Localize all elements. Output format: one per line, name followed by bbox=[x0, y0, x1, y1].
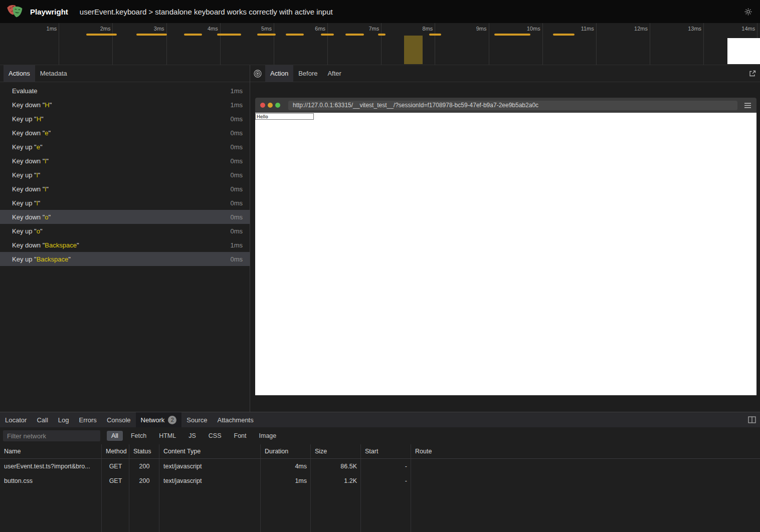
filter-chip-html[interactable]: HTML bbox=[154, 431, 180, 441]
action-title: Key up "l" bbox=[12, 199, 40, 207]
action-key-value: e bbox=[45, 129, 48, 137]
timeline-action-bar bbox=[429, 34, 441, 36]
column-header-size[interactable]: Size bbox=[311, 448, 361, 455]
timeline-tick-label: 10ms bbox=[498, 26, 540, 32]
action-row[interactable]: Key down "l"0ms bbox=[0, 154, 250, 168]
action-duration: 1ms bbox=[230, 101, 243, 109]
cell-name: button.css bbox=[0, 477, 102, 484]
timeline-gridline bbox=[489, 23, 489, 65]
bottom-tab-source[interactable]: Source bbox=[181, 412, 212, 427]
timeline-action-bar bbox=[321, 34, 334, 36]
timeline-tick-label: 13ms bbox=[659, 26, 701, 32]
network-request-row[interactable]: button.cssGET200text/javascript1ms1.2K- bbox=[0, 473, 760, 488]
action-row[interactable]: Key up "o"0ms bbox=[0, 224, 250, 238]
action-row[interactable]: Key down "H"1ms bbox=[0, 98, 250, 112]
cell-method: GET bbox=[102, 463, 129, 470]
network-count-badge: 2 bbox=[168, 416, 176, 424]
network-filter-bar: AllFetchHTMLJSCSSFontImage bbox=[0, 427, 760, 444]
tab-action[interactable]: Action bbox=[265, 65, 293, 82]
action-row[interactable]: Evaluate1ms bbox=[0, 84, 250, 98]
tab-before[interactable]: Before bbox=[293, 65, 322, 82]
bottom-tab-log[interactable]: Log bbox=[53, 412, 74, 427]
menu-icon bbox=[744, 102, 751, 109]
timeline-tick-label: 3ms bbox=[122, 26, 164, 32]
filter-chip-image[interactable]: Image bbox=[255, 431, 281, 441]
playwright-logo bbox=[7, 4, 24, 19]
column-header-content-type[interactable]: Content Type bbox=[159, 448, 261, 455]
cell-status: 200 bbox=[129, 463, 159, 470]
action-title: Key up "Backspace" bbox=[12, 255, 71, 263]
action-duration: 0ms bbox=[230, 199, 243, 207]
column-header-route[interactable]: Route bbox=[411, 448, 760, 455]
action-duration: 0ms bbox=[230, 213, 243, 221]
column-header-start[interactable]: Start bbox=[361, 448, 411, 455]
tab-metadata[interactable]: Metadata bbox=[35, 65, 72, 82]
cell-size: 1.2K bbox=[311, 477, 361, 484]
open-snapshot-button[interactable] bbox=[745, 65, 760, 82]
action-duration: 0ms bbox=[230, 185, 243, 193]
bottom-tab-errors[interactable]: Errors bbox=[74, 412, 101, 427]
bottom-panel: LocatorCallLogErrorsConsoleNetwork2Sourc… bbox=[0, 412, 760, 532]
action-row[interactable]: Key down "l"0ms bbox=[0, 182, 250, 196]
network-table: NameMethodStatusContent TypeDurationSize… bbox=[0, 444, 760, 532]
action-title: Key up "e" bbox=[12, 143, 43, 151]
filter-chip-js[interactable]: JS bbox=[184, 431, 201, 441]
timeline-gridline bbox=[274, 23, 274, 65]
tab-after[interactable]: After bbox=[322, 65, 346, 82]
bottom-tab-label: Console bbox=[107, 416, 131, 424]
column-header-method[interactable]: Method bbox=[102, 448, 129, 455]
filter-network-input[interactable] bbox=[3, 430, 100, 441]
actions-tabbar: ActionsMetadata bbox=[0, 65, 250, 82]
snapshot-pane: ActionBeforeAfter http://127.0.0.1:63315… bbox=[250, 65, 760, 412]
timeline-action-bar bbox=[257, 34, 276, 36]
action-row[interactable]: Key up "Backspace"0ms bbox=[0, 252, 250, 266]
network-table-header: NameMethodStatusContent TypeDurationSize… bbox=[0, 444, 760, 459]
column-header-name[interactable]: Name bbox=[0, 448, 102, 455]
action-list: Evaluate1msKey down "H"1msKey up "H"0msK… bbox=[0, 82, 250, 266]
cell-method: GET bbox=[102, 477, 129, 484]
external-link-icon bbox=[748, 70, 756, 78]
filter-chip-font[interactable]: Font bbox=[230, 431, 251, 441]
action-row[interactable]: Key up "l"0ms bbox=[0, 168, 250, 182]
action-row[interactable]: Key down "Backspace"1ms bbox=[0, 238, 250, 252]
column-header-status[interactable]: Status bbox=[129, 448, 159, 455]
timeline-tick-label: 2ms bbox=[68, 26, 110, 32]
resource-type-filters: AllFetchHTMLJSCSSFontImage bbox=[107, 431, 281, 441]
filter-chip-all[interactable]: All bbox=[107, 431, 123, 441]
bottom-tab-label: Locator bbox=[5, 416, 27, 424]
columns-icon bbox=[748, 416, 756, 423]
action-row[interactable]: Key down "o"0ms bbox=[0, 210, 250, 224]
app-header: Playwright userEvent.keyboard > standalo… bbox=[0, 0, 760, 23]
action-row[interactable]: Key down "e"0ms bbox=[0, 126, 250, 140]
action-title: Key down "H" bbox=[12, 101, 52, 109]
cell-content-type: text/javascript bbox=[159, 477, 261, 484]
action-key-value: Backspace bbox=[37, 255, 69, 263]
bottom-tab-locator[interactable]: Locator bbox=[0, 412, 32, 427]
column-header-duration[interactable]: Duration bbox=[261, 448, 311, 455]
timeline-tick-label: 8ms bbox=[391, 26, 433, 32]
action-title: Key down "o" bbox=[12, 213, 51, 221]
tab-actions[interactable]: Actions bbox=[4, 65, 35, 82]
action-title: Key down "Backspace" bbox=[12, 241, 79, 249]
filter-chip-css[interactable]: CSS bbox=[204, 431, 226, 441]
settings-button[interactable] bbox=[741, 5, 754, 18]
bottom-tab-attachments[interactable]: Attachments bbox=[212, 412, 258, 427]
action-row[interactable]: Key up "H"0ms bbox=[0, 112, 250, 126]
timeline-gridline bbox=[381, 23, 382, 65]
bottom-tab-console[interactable]: Console bbox=[102, 412, 136, 427]
timeline[interactable]: 1ms2ms3ms4ms5ms6ms7ms8ms9ms10ms11ms12ms1… bbox=[0, 23, 760, 65]
action-row[interactable]: Key up "l"0ms bbox=[0, 196, 250, 210]
timeline-gridline bbox=[435, 23, 435, 65]
network-request-row[interactable]: userEvent.test.ts?import&bro...GET200tex… bbox=[0, 459, 760, 473]
bottom-tab-call[interactable]: Call bbox=[32, 412, 53, 427]
pick-locator-button[interactable] bbox=[250, 65, 265, 82]
timeline-tick-label: 6ms bbox=[283, 26, 325, 32]
timeline-gridline bbox=[112, 23, 113, 65]
trace-viewer: Playwright userEvent.keyboard > standalo… bbox=[0, 0, 760, 532]
action-row[interactable]: Key up "e"0ms bbox=[0, 140, 250, 154]
toggle-columns-button[interactable] bbox=[744, 412, 760, 427]
filter-chip-fetch[interactable]: Fetch bbox=[126, 431, 151, 441]
bottom-tab-network[interactable]: Network2 bbox=[136, 412, 182, 427]
page-text-input[interactable] bbox=[255, 113, 314, 120]
gear-icon bbox=[743, 7, 753, 17]
